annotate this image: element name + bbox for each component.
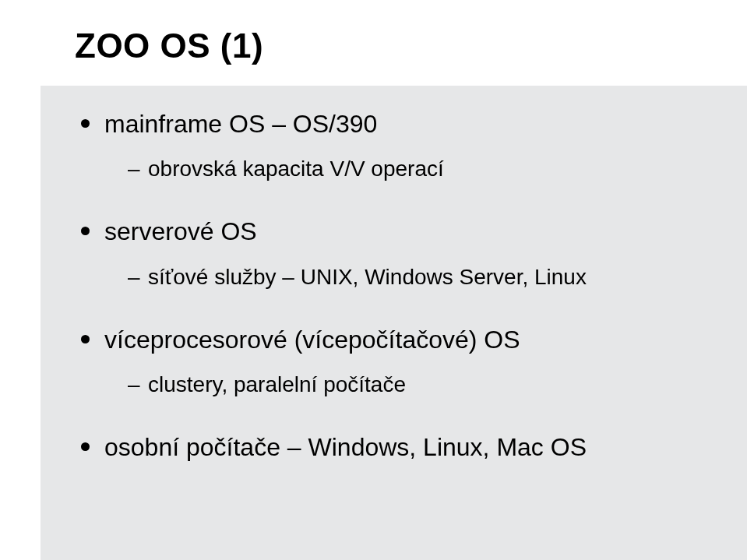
list-item-text: clustery, paralelní počítače [148, 372, 406, 396]
list-item-text: osobní počítače – Windows, Linux, Mac OS [104, 433, 587, 461]
list-item-text: síťové služby – UNIX, Windows Server, Li… [148, 265, 587, 289]
slide-body-panel: mainframe OS – OS/390 obrovská kapacita … [41, 86, 747, 560]
list-item: síťové služby – UNIX, Windows Server, Li… [128, 261, 716, 294]
sub-list: clustery, paralelní počítače [104, 368, 716, 401]
list-item: mainframe OS – OS/390 obrovská kapacita … [78, 106, 716, 185]
sub-list: síťové služby – UNIX, Windows Server, Li… [104, 261, 716, 294]
slide: ZOO OS (1) mainframe OS – OS/390 obrovsk… [0, 0, 747, 560]
list-item: víceprocesorové (vícepočítačové) OS clus… [78, 322, 716, 401]
sub-list: obrovská kapacita V/V operací [104, 153, 716, 185]
bullet-list: mainframe OS – OS/390 obrovská kapacita … [78, 106, 716, 466]
list-item-text: obrovská kapacita V/V operací [148, 157, 444, 181]
list-item: clustery, paralelní počítače [128, 368, 716, 401]
slide-title: ZOO OS (1) [75, 26, 263, 65]
list-item: serverové OS síťové služby – UNIX, Windo… [78, 213, 716, 293]
list-item-text: serverové OS [104, 217, 257, 245]
list-item: osobní počítače – Windows, Linux, Mac OS [78, 429, 716, 465]
list-item: obrovská kapacita V/V operací [128, 153, 716, 185]
list-item-text: mainframe OS – OS/390 [104, 110, 377, 138]
list-item-text: víceprocesorové (vícepočítačové) OS [104, 326, 520, 354]
